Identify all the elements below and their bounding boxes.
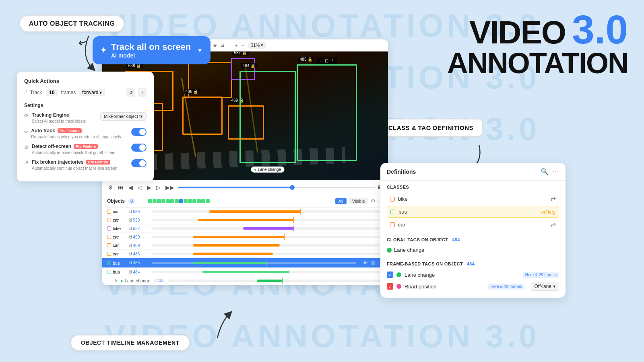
search-icon[interactable]: 🔍 [541, 168, 549, 175]
pro-badge: Pro Feature [58, 128, 82, 133]
global-tags-section: GLOBAL TAGS ON OBJECT _484 Lane change [380, 234, 566, 258]
objects-title: Objects [107, 198, 125, 204]
class-row-bus[interactable]: bus editing [387, 206, 559, 218]
fix-broken-icon: ↗ [24, 160, 29, 166]
zoom-select[interactable]: 31% ▾ [248, 42, 266, 49]
prev-frame-icon[interactable]: ◀ [128, 183, 134, 191]
timeline-progress [178, 187, 292, 188]
settings-title: Settings [24, 103, 147, 108]
global-tag-lane-change: Lane change [387, 245, 559, 255]
badge-arrow: ↙ [76, 34, 90, 50]
pro-badge-2: Pro Feature [74, 144, 98, 149]
delete-icon[interactable]: 🗑 [370, 260, 376, 266]
bbox-486: 486 🔒 [182, 97, 223, 135]
title-area: VIDEO 3.0 ANNOTATION [447, 11, 628, 78]
video-controls: ⚙ ⏮ ◀ ◁ ▶ ▷ ▶▶ 91 [102, 180, 388, 195]
obj-row-car-490[interactable]: car id 490 [102, 233, 388, 241]
timeline-thumb[interactable] [290, 185, 295, 190]
go-start-icon[interactable]: ⏮ [117, 183, 124, 191]
title-annotation: ANNOTATION [447, 47, 628, 79]
obj-row-car-489[interactable]: car id 489 [102, 241, 388, 250]
next-frame-icon[interactable]: ▶▶ [165, 183, 175, 191]
lane-change-tag: ● Lane change [251, 167, 284, 173]
class-tag-badge: CLASS & TAG DEFINITIONS [379, 119, 483, 137]
direction-select[interactable]: forward ▾ [79, 89, 105, 96]
quick-actions-panel: Quick Actions # Track 10 frames forward … [17, 72, 154, 181]
detect-offscreen-toggle[interactable] [131, 144, 147, 152]
obj-row-car-539[interactable]: car id 539 [102, 208, 388, 216]
title-30: 3.0 [572, 11, 628, 47]
mixformer-select[interactable]: MixFormer object t▾ [100, 112, 147, 121]
main-container: AUTO OBJECT TRACKING ↙ ✦ Track all on sc… [0, 0, 644, 362]
class-row-bike[interactable]: bike ⇄ [387, 193, 559, 205]
panel-title: Quick Actions [24, 78, 147, 84]
obj-row-car-486[interactable]: car id 486 [102, 250, 388, 258]
step-fwd-icon[interactable]: ▷ [155, 183, 161, 191]
sparkle-icon: ✦ [100, 45, 107, 56]
eye-icon[interactable]: 👁 [363, 260, 368, 266]
tracking-engine-icon: ⟳ [24, 113, 29, 119]
track-banner: ✦ Track all on screen AI model ▾ [93, 36, 211, 64]
definitions-panel: Definitions 🔍 ⋯ CLASSES bike ⇄ bus editi… [380, 163, 566, 298]
tracking-engine-row: ⟳ Tracking Engine Select AI model to tra… [24, 112, 147, 124]
auto-track-row: ∞ Auto track Pro Feature Re-track frames… [24, 128, 147, 140]
auto-tracking-badge: AUTO OBJECT TRACKING [19, 15, 124, 32]
obj-row-bike-537[interactable]: bike id 537 [102, 224, 388, 233]
filter-options-icon[interactable]: ⚙ [371, 198, 376, 204]
timeline-arrow [197, 310, 237, 342]
detect-offscreen-row: ⊘ Detect off-screen Pro Feature Automati… [24, 144, 147, 155]
frame-indicators [143, 197, 215, 205]
road-position-checkbox[interactable]: ✓ [387, 283, 393, 290]
road-position-select[interactable]: Off-lane ▾ [531, 282, 559, 291]
swap-icon[interactable]: ⇄ [551, 195, 556, 203]
play-icon[interactable]: ▶ [146, 183, 152, 191]
frame-tag-lane-change: ✓ Lane change Here & 29 frames [387, 269, 559, 280]
pro-badge-3: Pro Feature [86, 160, 110, 165]
detect-offscreen-icon: ⊘ [24, 144, 29, 150]
class-row-car[interactable]: car ⇄ [387, 218, 559, 231]
swap-icon-2[interactable]: ⇄ [551, 221, 556, 228]
track-number[interactable]: 10 [46, 89, 58, 96]
auto-track-toggle[interactable] [131, 128, 147, 136]
object-timeline-label: OBJECT TIMELINE MANAGEMENT [70, 335, 190, 351]
more-options-icon[interactable]: ⋯ [553, 168, 559, 175]
filter-all-btn[interactable]: All [335, 198, 347, 204]
fix-broken-toggle[interactable] [131, 159, 147, 167]
obj-row-bus-484[interactable]: bus id 484 [102, 268, 388, 276]
frame-tags-section: FRAME-BASED TAGS ON OBJECT _484 ✓ Lane c… [380, 258, 566, 298]
step-back-icon[interactable]: ◁ [137, 183, 143, 191]
classes-title: CLASSES [387, 185, 559, 189]
classes-section: CLASSES bike ⇄ bus editing car ⇄ [380, 181, 566, 234]
auto-track-icon: ∞ [24, 128, 28, 134]
chevron-down-icon: ▾ [198, 46, 202, 55]
objects-panel: Objects 8 [102, 195, 388, 285]
lane-change-checkbox[interactable]: ✓ [387, 272, 393, 278]
bbox-485: 485 🔒 ↔⊟⋮ [297, 64, 357, 161]
filter-visible-btn[interactable]: Visible [349, 198, 368, 204]
title-video: VIDEO [469, 16, 566, 49]
fix-broken-row: ↗ Fix broken trajectories Pro Feature Au… [24, 159, 147, 171]
track-row: # Track 10 frames forward ▾ ↺ T [24, 88, 147, 97]
settings-ctrl-icon[interactable]: ⚙ [107, 183, 114, 191]
obj-lane-change-row[interactable]: ↳ ● Lane change id 158 [102, 276, 388, 285]
t-icon[interactable]: T [138, 88, 147, 97]
timeline-track[interactable] [178, 187, 375, 188]
frame-tag-road-position: ✓ Road position Here & 19 frames Off-lan… [387, 280, 559, 293]
obj-row-bus-485[interactable]: bus id 485 👁 🗑 ⋯ [102, 258, 388, 268]
bbox-484: 484 🔒 ● Lane change [239, 71, 296, 163]
obj-row-car-538[interactable]: car id 538 [102, 216, 388, 224]
definitions-title: Definitions [387, 169, 416, 175]
reset-icon[interactable]: ↺ [126, 88, 135, 97]
objects-count: 8 [128, 198, 135, 204]
